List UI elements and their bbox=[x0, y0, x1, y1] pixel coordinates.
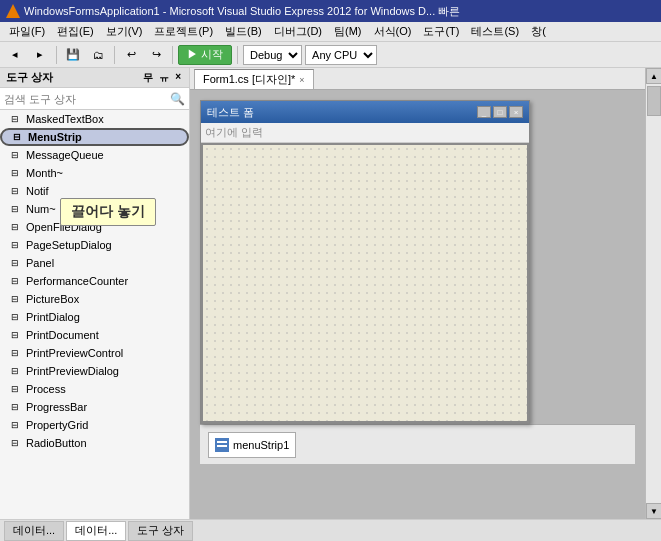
menu-edit[interactable]: 편집(E) bbox=[52, 23, 99, 40]
toolbox-item-pagesetupdialog[interactable]: ⊟ PageSetupDialog bbox=[0, 236, 189, 254]
openfiledialog-icon: ⊟ bbox=[8, 220, 22, 234]
toolbar: ◂ ▸ 💾 🗂 ↩ ↪ ▶ 시작 Debug Any CPU bbox=[0, 42, 661, 68]
status-tab-data2[interactable]: 데이터... bbox=[66, 521, 126, 541]
printpreviewcontrol-label: PrintPreviewControl bbox=[26, 347, 123, 359]
svg-rect-0 bbox=[217, 441, 227, 443]
form-title-controls: _ □ × bbox=[477, 106, 523, 118]
process-icon: ⊟ bbox=[8, 382, 22, 396]
start-button[interactable]: ▶ 시작 bbox=[178, 45, 232, 65]
scrollbar-up-btn[interactable]: ▲ bbox=[646, 68, 661, 84]
debug-select[interactable]: Debug bbox=[243, 45, 302, 65]
toolbar-back-btn[interactable]: ◂ bbox=[4, 44, 26, 66]
toolbox-item-panel[interactable]: ⊟ Panel bbox=[0, 254, 189, 272]
tab-form1-design[interactable]: Form1.cs [디자인]* × bbox=[194, 69, 314, 89]
toolbar-sep-4 bbox=[237, 46, 238, 64]
toolbox-item-progressbar[interactable]: ⊟ ProgressBar bbox=[0, 398, 189, 416]
progressbar-label: ProgressBar bbox=[26, 401, 87, 413]
notif-icon: ⊟ bbox=[8, 184, 22, 198]
toolbox-item-picturebox[interactable]: ⊟ PictureBox bbox=[0, 290, 189, 308]
toolbox-item-propertygrid[interactable]: ⊟ PropertyGrid bbox=[0, 416, 189, 434]
form-title-text: 테스트 폼 bbox=[207, 105, 254, 120]
form-canvas: 테스트 폼 _ □ × 여기에 입력 bbox=[200, 100, 530, 424]
scrollbar-down-btn[interactable]: ▼ bbox=[646, 503, 661, 519]
printpreviewdialog-label: PrintPreviewDialog bbox=[26, 365, 119, 377]
toolbox-item-process[interactable]: ⊟ Process bbox=[0, 380, 189, 398]
progressbar-icon: ⊟ bbox=[8, 400, 22, 414]
tray-menustrip-item[interactable]: menuStrip1 bbox=[208, 432, 296, 458]
menu-view[interactable]: 보기(V) bbox=[101, 23, 148, 40]
menu-format[interactable]: 서식(O) bbox=[369, 23, 417, 40]
svg-rect-1 bbox=[217, 445, 227, 447]
toolbox-item-radiobutton[interactable]: ⊟ RadioButton bbox=[0, 434, 189, 452]
printdocument-label: PrintDocument bbox=[26, 329, 99, 341]
toolbox-panel: 도구 상자 무 ㅠ × 🔍 ⊟ MaskedTextBox ⊟ MenuStri… bbox=[0, 68, 190, 519]
toolbox-item-printpreviewdialog[interactable]: ⊟ PrintPreviewDialog bbox=[0, 362, 189, 380]
menu-tools[interactable]: 도구(T) bbox=[418, 23, 464, 40]
status-tab-data1[interactable]: 데이터... bbox=[4, 521, 64, 541]
messagequeue-label: MessageQueue bbox=[26, 149, 104, 161]
toolbox-item-printdocument[interactable]: ⊟ PrintDocument bbox=[0, 326, 189, 344]
menu-test[interactable]: 테스트(S) bbox=[466, 23, 524, 40]
menu-project[interactable]: 프로젝트(P) bbox=[149, 23, 218, 40]
picturebox-label: PictureBox bbox=[26, 293, 79, 305]
tray-menustrip-icon bbox=[215, 438, 229, 452]
toolbox-item-messagequeue[interactable]: ⊟ MessageQueue bbox=[0, 146, 189, 164]
cpu-select[interactable]: Any CPU bbox=[305, 45, 377, 65]
menu-build[interactable]: 빌드(B) bbox=[220, 23, 267, 40]
num-icon: ⊟ bbox=[8, 202, 22, 216]
menu-file[interactable]: 파일(F) bbox=[4, 23, 50, 40]
menustrip-label: MenuStrip bbox=[28, 131, 82, 143]
form-minimize-btn[interactable]: _ bbox=[477, 106, 491, 118]
toolbar-forward-btn[interactable]: ▸ bbox=[29, 44, 51, 66]
menu-debug[interactable]: 디버그(D) bbox=[269, 23, 327, 40]
toolbox-item-performancecounter[interactable]: ⊟ PerformanceCounter bbox=[0, 272, 189, 290]
num-label: Num~ bbox=[26, 203, 56, 215]
scrollbar-thumb[interactable] bbox=[647, 86, 661, 116]
printpreviewcontrol-icon: ⊟ bbox=[8, 346, 22, 360]
performancecounter-label: PerformanceCounter bbox=[26, 275, 128, 287]
toolbar-sep-1 bbox=[56, 46, 57, 64]
menu-team[interactable]: 팀(M) bbox=[329, 23, 367, 40]
title-bar: WindowsFormsApplication1 - Microsoft Vis… bbox=[0, 0, 661, 22]
search-icon: 🔍 bbox=[170, 92, 185, 106]
form-body[interactable] bbox=[201, 143, 529, 423]
toolbar-sep-2 bbox=[114, 46, 115, 64]
printdialog-icon: ⊟ bbox=[8, 310, 22, 324]
tab-form1-label: Form1.cs [디자인]* bbox=[203, 72, 295, 87]
search-input[interactable] bbox=[4, 93, 170, 105]
performancecounter-icon: ⊟ bbox=[8, 274, 22, 288]
toolbox-item-menustrip[interactable]: ⊟ MenuStrip bbox=[0, 128, 189, 146]
right-scrollbar: ▲ ▼ bbox=[645, 68, 661, 519]
menustrip-icon: ⊟ bbox=[10, 130, 24, 144]
toolbox-pin-btn[interactable]: ㅠ bbox=[157, 71, 171, 85]
toolbar-redo-btn[interactable]: ↪ bbox=[145, 44, 167, 66]
toolbox-item-maskedtextbox[interactable]: ⊟ MaskedTextBox bbox=[0, 110, 189, 128]
toolbox-item-num[interactable]: ⊟ Num~ bbox=[0, 200, 189, 218]
toolbar-saveall-btn[interactable]: 🗂 bbox=[87, 44, 109, 66]
printdocument-icon: ⊟ bbox=[8, 328, 22, 342]
vs-icon bbox=[6, 4, 20, 18]
tab-close-btn[interactable]: × bbox=[299, 75, 304, 85]
toolbox-header: 도구 상자 무 ㅠ × bbox=[0, 68, 189, 88]
toolbar-undo-btn[interactable]: ↩ bbox=[120, 44, 142, 66]
tab-bar: Form1.cs [디자인]* × bbox=[190, 68, 645, 90]
form-maximize-btn[interactable]: □ bbox=[493, 106, 507, 118]
toolbox-item-month[interactable]: ⊟ Month~ bbox=[0, 164, 189, 182]
toolbox-close-btn[interactable]: × bbox=[173, 71, 183, 85]
scrollbar-track bbox=[646, 84, 661, 503]
toolbox-item-notif[interactable]: ⊟ Notif bbox=[0, 182, 189, 200]
toolbox-item-printdialog[interactable]: ⊟ PrintDialog bbox=[0, 308, 189, 326]
form-menu-placeholder: 여기에 입력 bbox=[205, 125, 263, 140]
designer-area: Form1.cs [디자인]* × 테스트 폼 _ □ × 여기에 입력 bbox=[190, 68, 645, 519]
maskedtextbox-label: MaskedTextBox bbox=[26, 113, 104, 125]
toolbox-item-openfiledialog[interactable]: ⊟ OpenFileDialog bbox=[0, 218, 189, 236]
form-close-btn[interactable]: × bbox=[509, 106, 523, 118]
menu-window[interactable]: 창( bbox=[526, 23, 551, 40]
radiobutton-icon: ⊟ bbox=[8, 436, 22, 450]
toolbar-save-btn[interactable]: 💾 bbox=[62, 44, 84, 66]
toolbox-dock-btn[interactable]: 무 bbox=[141, 71, 155, 85]
status-tab-toolbox[interactable]: 도구 상자 bbox=[128, 521, 193, 541]
toolbox-header-buttons: 무 ㅠ × bbox=[141, 71, 183, 85]
tray-menustrip-label: menuStrip1 bbox=[233, 439, 289, 451]
toolbox-item-printpreviewcontrol[interactable]: ⊟ PrintPreviewControl bbox=[0, 344, 189, 362]
